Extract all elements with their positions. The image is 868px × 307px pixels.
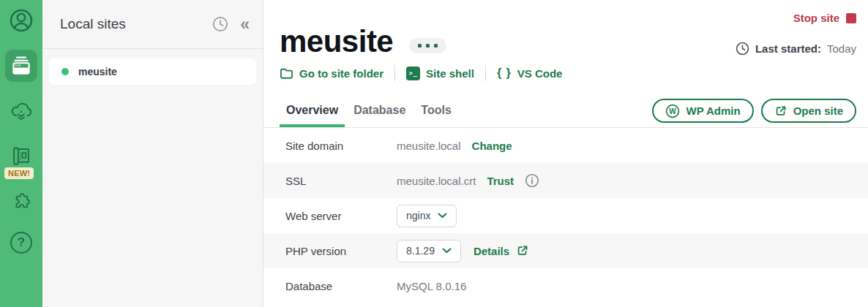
last-started-label: Last started: — [755, 42, 821, 55]
open-site-button[interactable]: Open site — [761, 99, 856, 123]
site-quick-actions: Go to site folder >_ Site shell { } VS C… — [280, 65, 868, 81]
cloud-backups-icon — [8, 98, 34, 124]
table-row-site-domain: Site domain meusite.local Change — [263, 128, 868, 163]
site-domain-label: Site domain — [285, 140, 397, 152]
web-server-label: Web server — [285, 210, 397, 222]
php-version-value: 8.1.29 — [406, 245, 435, 257]
avatar-icon — [7, 7, 35, 34]
terminal-icon: >_ — [406, 67, 420, 80]
ellipsis-icon — [418, 44, 422, 48]
site-list-item-meusite[interactable]: meusite — [49, 58, 256, 85]
panel-header: Local sites « — [42, 0, 263, 49]
tabs-bar: Overview Database Tools W WP Admin — [263, 96, 868, 128]
clock-icon — [736, 42, 749, 56]
vs-code-label: VS Code — [517, 67, 563, 80]
stop-square-icon — [846, 13, 856, 23]
sidebar-item-blueprints[interactable]: NEW! — [5, 140, 37, 173]
tab-database[interactable]: Database — [347, 104, 412, 127]
change-domain-link[interactable]: Change — [472, 140, 512, 152]
sidebar-item-add-ons[interactable] — [5, 186, 37, 218]
sites-window-icon — [9, 53, 34, 78]
page-title: meusite — [280, 25, 393, 58]
divider — [394, 65, 395, 81]
ssl-info-icon[interactable] — [525, 173, 539, 188]
site-name-label: meusite — [78, 66, 117, 77]
web-server-dropdown[interactable]: nginx — [397, 205, 457, 227]
folder-icon — [280, 67, 293, 80]
database-value: MySQL 8.0.16 — [397, 280, 466, 292]
database-label: Database — [285, 280, 397, 292]
site-overview-main: Stop site Last started: Today meusite Go… — [263, 0, 868, 307]
ssl-label: SSL — [285, 175, 397, 187]
ssl-cert-value: meusite.local.crt — [397, 175, 476, 187]
wp-admin-label: WP Admin — [686, 105, 740, 117]
history-clock-icon[interactable] — [212, 16, 228, 32]
table-row-web-server: Web server nginx — [263, 198, 868, 233]
tab-overview[interactable]: Overview — [280, 104, 345, 127]
tab-tools[interactable]: Tools — [414, 104, 457, 127]
sidebar-item-help[interactable]: ? — [5, 227, 37, 259]
web-server-value: nginx — [406, 210, 430, 221]
site-settings-table: Site domain meusite.local Change SSL meu… — [263, 128, 868, 303]
site-shell-link[interactable]: >_ Site shell — [406, 67, 474, 80]
php-details-link[interactable]: Details — [474, 245, 509, 257]
site-domain-value: meusite.local — [397, 140, 461, 152]
app-sidebar: NEW! ? — [0, 0, 42, 307]
braces-icon: { } — [497, 67, 512, 80]
new-badge: NEW! — [4, 167, 34, 179]
go-to-site-folder-link[interactable]: Go to site folder — [280, 67, 384, 80]
go-to-site-folder-label: Go to site folder — [299, 67, 384, 80]
header-buttons: W WP Admin Open site — [652, 99, 856, 123]
collapse-panel-icon[interactable]: « — [240, 16, 250, 33]
site-running-status-dot — [61, 68, 69, 75]
trust-ssl-link[interactable]: Trust — [487, 175, 514, 187]
puzzle-icon — [8, 189, 34, 215]
stop-site-button[interactable]: Stop site — [793, 12, 856, 24]
sidebar-item-cloud-backups[interactable] — [5, 95, 37, 127]
wp-admin-button[interactable]: W WP Admin — [652, 99, 753, 123]
stop-site-label: Stop site — [793, 12, 839, 24]
table-row-php-version: PHP version 8.1.29 Details — [263, 233, 868, 268]
question-icon: ? — [10, 232, 32, 254]
svg-text:W: W — [670, 107, 677, 115]
local-sites-panel: Local sites « meusite — [42, 0, 263, 307]
table-row-ssl: SSL meusite.local.crt Trust — [263, 163, 868, 198]
table-row-database: Database MySQL 8.0.16 — [263, 268, 868, 303]
last-started-value: Today — [827, 42, 856, 55]
blueprint-icon — [8, 143, 34, 170]
sidebar-item-local-sites[interactable] — [5, 50, 37, 82]
site-options-menu-button[interactable] — [409, 38, 446, 53]
open-site-label: Open site — [793, 105, 843, 117]
php-version-dropdown[interactable]: 8.1.29 — [397, 240, 461, 262]
divider — [485, 65, 486, 81]
last-started-status: Last started: Today — [736, 42, 856, 56]
external-link-icon — [774, 105, 787, 118]
php-version-label: PHP version — [285, 245, 397, 257]
sidebar-item-account[interactable] — [5, 4, 37, 37]
site-list: meusite — [42, 49, 263, 94]
external-link-icon[interactable] — [516, 244, 529, 257]
vs-code-link[interactable]: { } VS Code — [497, 67, 563, 80]
site-shell-label: Site shell — [426, 67, 474, 80]
panel-title: Local sites — [60, 16, 212, 32]
chevron-down-icon — [442, 248, 452, 254]
wordpress-icon: W — [665, 104, 680, 118]
chevron-down-icon — [438, 213, 447, 219]
